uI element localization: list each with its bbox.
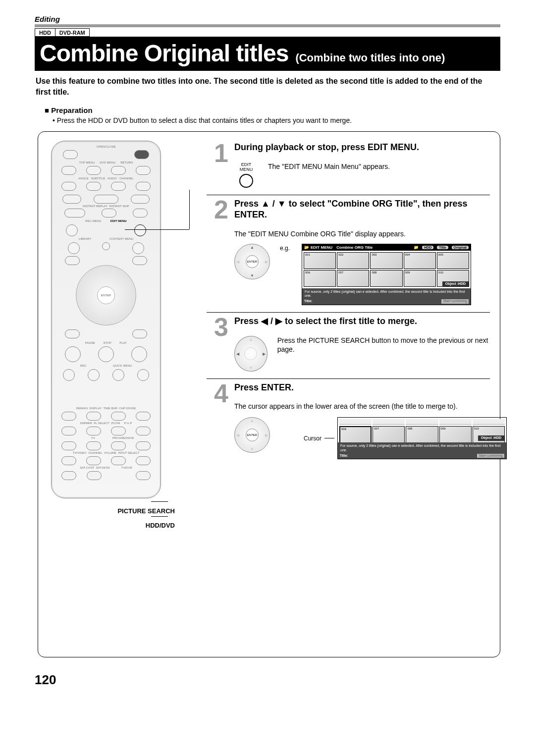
- cursor-callout: Cursor: [304, 435, 321, 442]
- remote-caption-picture-search: PICTURE SEARCH: [51, 507, 175, 515]
- example-label: e.g.: [280, 245, 290, 252]
- intro-text: Use this feature to combine two titles i…: [36, 76, 499, 97]
- step-heading: Press ◀ / ▶ to select the first title to…: [234, 316, 490, 327]
- step-number: 3: [207, 316, 228, 372]
- step-text: The cursor appears in the lower area of …: [234, 402, 507, 411]
- step-1: 1 During playback or stop, press EDIT ME…: [207, 139, 490, 193]
- dpad-icon: ▲▼ ◀▶ ENTER: [234, 417, 270, 453]
- step-number: 1: [207, 142, 228, 188]
- edit-menu-button-icon: EDIT MENU: [234, 162, 258, 188]
- step-text: The "EDIT MENU Combine ORG Title" displa…: [234, 229, 490, 239]
- preparation-text: Press the HDD or DVD button to select a …: [53, 116, 500, 124]
- main-frame: OPEN/CLOSE TOP MENU DVD MENU RETURN ANGL…: [38, 131, 500, 657]
- title-banner: Combine Original titles (Combine two tit…: [35, 37, 500, 71]
- page-subtitle: (Combine two titles into one): [295, 52, 445, 64]
- tag-hdd: HDD: [35, 28, 55, 37]
- section-label: Editing: [35, 15, 500, 23]
- remote-illustration: OPEN/CLOSE TOP MENU DVD MENU RETURN ANGL…: [51, 141, 161, 498]
- step-4: 4 Press ENTER. The cursor appears in the…: [207, 378, 490, 465]
- step-text: The "EDIT MENU Main Menu" appears.: [268, 162, 390, 171]
- step-number: 4: [207, 382, 228, 460]
- top-divider: [35, 24, 500, 27]
- media-tags: HDD DVD-RAM: [35, 28, 500, 37]
- step-text: Press the PICTURE SEARCH button to move …: [277, 336, 490, 355]
- remote-caption-hdd-dvd: HDD/DVD: [51, 522, 175, 529]
- screen-mock-step4: 006 007 008 009 010 Object :HDD For sour…: [337, 417, 507, 460]
- step-heading: Press ENTER.: [234, 382, 507, 393]
- screen-mock-step2: 📂 EDIT MENU Combine ORG Title 📁 HDDTitle…: [302, 244, 471, 306]
- step-3: 3 Press ◀ / ▶ to select the first title …: [207, 312, 490, 377]
- preparation-heading: Preparation: [45, 106, 500, 114]
- dpad-icon: ▲▼ ◀▶ ENTER: [234, 244, 270, 279]
- tag-dvd-ram: DVD-RAM: [55, 28, 90, 37]
- step-2: 2 Press ▲ / ▼ to select "Combine ORG Tit…: [207, 195, 490, 310]
- page-number: 120: [35, 672, 500, 688]
- page-title: Combine Original titles: [40, 40, 288, 67]
- step-heading: Press ▲ / ▼ to select "Combine ORG Title…: [234, 198, 490, 220]
- dpad-icon: ▲▼ ◀▶: [234, 336, 268, 372]
- step-heading: During playback or stop, press EDIT MENU…: [234, 142, 490, 153]
- step-number: 2: [207, 198, 228, 305]
